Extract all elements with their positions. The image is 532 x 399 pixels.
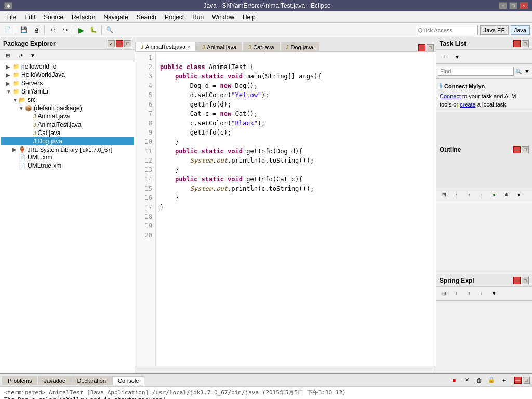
task-list-header: Task List — □ — [436, 37, 532, 50]
tree-item-label: Dog.java — [38, 138, 62, 145]
horizontal-scrollbar[interactable] — [135, 366, 436, 373]
arrow-icon: ▶ — [6, 81, 12, 86]
minimize-spring-button[interactable]: — — [513, 277, 521, 284]
collapse-pe-button[interactable]: × — [108, 40, 115, 47]
tab-animal[interactable]: J Animal.java — [196, 42, 242, 52]
maximize-button[interactable]: □ — [509, 2, 517, 9]
undo-button[interactable]: ↩ — [47, 24, 58, 36]
maximize-tasklist-button[interactable]: □ — [522, 40, 529, 47]
spring-btn2[interactable]: ↕ — [451, 288, 462, 299]
outline-btn2[interactable]: ↕ — [451, 189, 462, 201]
create-link[interactable]: create — [460, 101, 476, 108]
tab-animaltest[interactable]: J AnimalTest.java × — [135, 42, 196, 52]
tab-dog[interactable]: J Dog.java — [281, 42, 319, 52]
perspective-java[interactable]: Java — [511, 25, 530, 35]
btab-declaration[interactable]: Declaration — [71, 376, 112, 385]
outline-expand[interactable]: ▼ — [513, 189, 525, 201]
find-bar: 🔍 ▼ All Acti... — [436, 64, 532, 79]
minimize-tasklist-button[interactable]: — — [513, 40, 521, 47]
menu-search[interactable]: Search — [132, 12, 161, 22]
tree-item-jre[interactable]: ▶ 🏺 JRE System Library [jdk1.7.0_67] — [1, 145, 134, 153]
close-button[interactable]: × — [520, 2, 528, 9]
tree-item-servers[interactable]: ▶ 📁 Servers — [1, 79, 134, 87]
tree-item-animal[interactable]: ▶ J Animal.java — [1, 112, 134, 121]
tree-item-default-package[interactable]: ▼ 📦 (default package) — [1, 104, 134, 112]
console-new[interactable]: + — [498, 375, 510, 386]
debug-button[interactable]: 🐛 — [88, 24, 99, 36]
quick-access-input[interactable] — [416, 25, 478, 35]
menu-help[interactable]: Help — [238, 12, 260, 22]
menu-file[interactable]: File — [2, 12, 20, 22]
console-terminate-button[interactable]: ■ — [448, 375, 460, 386]
spring-btn1[interactable]: ⊞ — [438, 288, 450, 299]
minimize-editor-button[interactable]: — — [418, 44, 425, 51]
save-button[interactable]: 💾 — [18, 24, 30, 36]
maximize-outline-button[interactable]: □ — [522, 146, 529, 153]
btab-javadoc[interactable]: Javadoc — [38, 376, 71, 385]
tree-item-shiyamer[interactable]: ▼ 📁 ShiYamEr — [1, 87, 134, 96]
link-editor-button[interactable]: ⇄ — [15, 50, 26, 61]
maximize-pe-button[interactable]: □ — [124, 40, 131, 47]
menu-refactor[interactable]: Refactor — [68, 12, 99, 22]
menu-source[interactable]: Source — [39, 12, 68, 22]
btab-console[interactable]: Console — [112, 376, 144, 385]
tree-item-helloworldjava[interactable]: ▶ 📁 HelloWorldJava — [1, 71, 134, 79]
outline-btn3[interactable]: ↑ — [463, 189, 475, 201]
console-output-line1: The Dog's color isYellow,and is shoutswa… — [4, 396, 528, 399]
outline-content — [436, 202, 532, 275]
menu-navigate[interactable]: Navigate — [99, 12, 132, 22]
menu-window[interactable]: Window — [208, 12, 238, 22]
maximize-console-button[interactable]: □ — [523, 377, 530, 384]
search-button[interactable]: 🔍 — [104, 24, 115, 36]
spring-btn3[interactable]: ↑ — [463, 288, 475, 299]
tree-item-helloworld[interactable]: ▶ 📁 helloworld_c — [1, 62, 134, 71]
code-editor[interactable]: public class AnimalTest { public static … — [156, 52, 436, 366]
minimize-console-button[interactable]: — — [514, 377, 522, 384]
console-remove-button[interactable]: ✕ — [461, 375, 472, 386]
outline-btn6[interactable]: ⊕ — [501, 189, 512, 201]
console-scroll-lock[interactable]: 🔒 — [486, 375, 497, 386]
outline-btn5[interactable]: ● — [488, 189, 500, 201]
maximize-editor-button[interactable]: □ — [427, 44, 434, 51]
menu-run[interactable]: Run — [188, 12, 208, 22]
connect-link[interactable]: Connect — [440, 93, 461, 99]
outline-btn4[interactable]: ↓ — [476, 189, 487, 201]
collapse-all-button[interactable]: ⊞ — [2, 50, 14, 61]
tree-item-animaltest[interactable]: ▶ J AnimalTest.java — [1, 121, 134, 129]
btab-problems[interactable]: Problems — [2, 376, 37, 385]
server-icon: 📁 — [12, 80, 20, 87]
tab-cat[interactable]: J Cat.java — [243, 42, 280, 52]
task-filter-button[interactable]: ▼ — [451, 51, 463, 62]
tree-item-cat[interactable]: ▶ J Cat.java — [1, 129, 134, 137]
file-icon: 📄 — [19, 154, 26, 161]
code-line — [160, 53, 432, 62]
tree-item-dog[interactable]: ▶ J Dog.java — [1, 137, 134, 145]
editor-content[interactable]: 12345 678910 1112131415 1617181920 publi… — [135, 52, 436, 366]
minimize-button[interactable]: − — [499, 2, 507, 9]
menu-project[interactable]: Project — [161, 12, 188, 22]
task-new-button[interactable]: + — [438, 51, 450, 62]
outline-btn1[interactable]: ⊞ — [438, 189, 450, 201]
print-button[interactable]: 🖨 — [31, 24, 42, 36]
code-line: System.out.println(c.toString()); — [160, 184, 432, 193]
minimize-pe-button[interactable]: — — [116, 40, 123, 47]
menu-edit[interactable]: Edit — [20, 12, 39, 22]
tree-item-umltrue[interactable]: ▶ 📄 UMLtrue.xmi — [1, 162, 134, 170]
redo-button[interactable]: ↪ — [59, 24, 71, 36]
console-clear-button[interactable]: 🗑 — [473, 375, 485, 386]
run-button[interactable]: ▶ — [75, 24, 87, 36]
maximize-spring-button[interactable]: □ — [522, 277, 529, 284]
find-input[interactable] — [438, 66, 514, 76]
view-menu-button[interactable]: ▼ — [27, 50, 38, 61]
new-button[interactable]: 📄 — [2, 24, 14, 36]
connect-mylyn-title: Connect Mylyn — [444, 83, 485, 89]
spring-btn5[interactable]: ▼ — [488, 288, 500, 299]
find-search-icon[interactable]: 🔍 — [515, 65, 522, 77]
minimize-outline-button[interactable]: — — [513, 146, 521, 153]
tree-item-uml[interactable]: ▶ 📄 UML.xmi — [1, 153, 134, 162]
tree-item-src[interactable]: ▼ 📂 src — [1, 96, 134, 104]
tab-close-animaltest[interactable]: × — [188, 44, 190, 49]
find-dropdown[interactable]: ▼ — [523, 68, 531, 74]
spring-btn4[interactable]: ↓ — [476, 288, 487, 299]
perspective-java-ee[interactable]: Java EE — [480, 25, 509, 35]
